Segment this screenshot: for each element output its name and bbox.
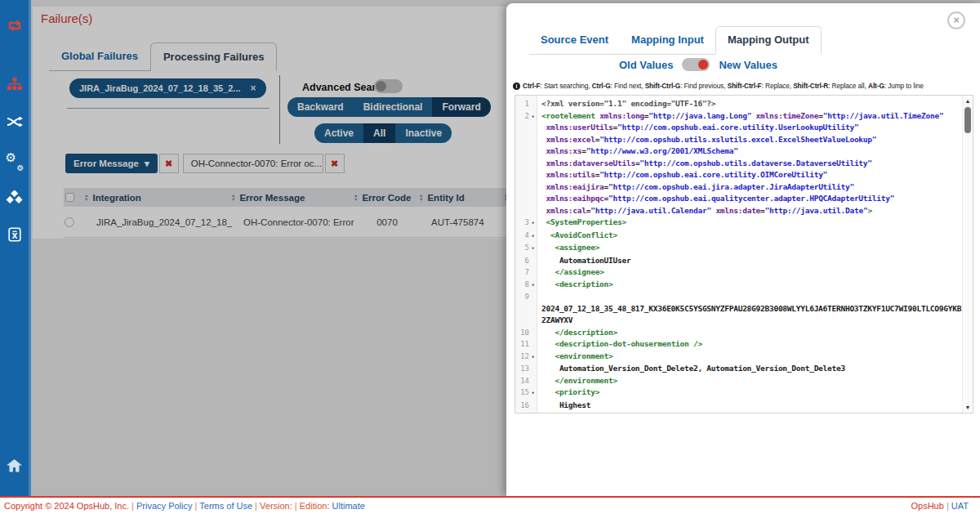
code-line: 11 <description-dot-ohusermention />: [515, 338, 962, 351]
svg-text:X: X: [11, 232, 17, 240]
line-number: 16: [515, 400, 537, 412]
fold-icon[interactable]: ▾: [529, 111, 537, 123]
line-number: 3▾: [515, 217, 537, 230]
line-number: 2▾: [515, 110, 537, 123]
code-line: 92024_07_12_18_35_48_817_KX36E0K5C5YSGSN…: [515, 291, 962, 327]
sidebar-item-excel-export[interactable]: X: [0, 217, 30, 255]
mapping-detail-panel: × Source Event Mapping Input Mapping Out…: [506, 3, 980, 496]
footer-text: |: [252, 501, 260, 511]
code-line: 16 Highest: [515, 400, 962, 412]
line-number: 6: [515, 255, 537, 267]
code-text: </environment>: [537, 375, 962, 387]
scroll-down-icon[interactable]: ▼: [963, 404, 973, 410]
line-number: 7: [515, 266, 537, 279]
footer-text: Version:: [260, 501, 292, 511]
code-line: 1<?xml version="1.1" encoding="UTF-16"?>: [515, 98, 962, 110]
fold-icon[interactable]: ▾: [529, 230, 537, 243]
code-text: </priority>: [537, 411, 962, 413]
sidebar-item-modules[interactable]: [0, 180, 30, 217]
gears-icon: ⚙⚙: [6, 153, 24, 169]
code-text: <assignee>: [537, 242, 962, 254]
xml-code-editor[interactable]: 1<?xml version="1.1" encoding="UTF-16"?>…: [514, 95, 973, 413]
line-number: 14: [515, 375, 537, 387]
code-line: 13 Automation_Version_Dont_Delete2, Auto…: [515, 363, 962, 375]
code-line: 6 AutomationUIUser: [515, 255, 962, 267]
line-number: 12▾: [515, 351, 537, 364]
line-number: 9: [515, 291, 537, 303]
code-line: 8▾ <description>: [515, 279, 962, 292]
fold-icon[interactable]: ▾: [529, 217, 537, 230]
fold-icon[interactable]: ▾: [529, 279, 537, 292]
close-icon[interactable]: ×: [947, 11, 965, 29]
code-text: 2024_07_12_18_35_48_817_KX36E0K5C5YSGSNY…: [537, 291, 962, 327]
code-text: <description-dot-ohusermention />: [537, 338, 962, 351]
old-new-values-toggle[interactable]: [682, 58, 710, 71]
line-number: 13: [515, 363, 537, 375]
code-text: <AvoidConflict>: [537, 230, 962, 242]
code-line: 15▾ <priority>: [515, 387, 962, 400]
sidebar-item-home[interactable]: [0, 449, 30, 486]
sidebar-item-integrations[interactable]: [0, 67, 30, 105]
code-line: 7 </assignee>: [515, 266, 962, 279]
code-text: <description>: [537, 279, 962, 291]
line-number: 1: [515, 98, 537, 110]
footer-text: |: [129, 501, 136, 511]
scrollbar-thumb[interactable]: [964, 107, 971, 133]
line-number: 17: [515, 411, 537, 413]
fold-icon[interactable]: ▾: [529, 243, 537, 255]
tab-mapping-output[interactable]: Mapping Output: [715, 26, 822, 55]
toggle-knob-red: [698, 60, 708, 69]
search-shortcuts-hint: i Ctrl-F: Start searching, Ctrl-G: Find …: [513, 82, 924, 90]
code-line: 14 </environment>: [515, 375, 962, 387]
line-number: 15▾: [515, 387, 537, 400]
old-values-label[interactable]: Old Values: [619, 59, 673, 71]
code-line: 4▾ <AvoidConflict>: [515, 230, 962, 243]
sidebar-item-retry[interactable]: [0, 8, 30, 46]
line-number: 10: [515, 327, 537, 339]
tab-source-event[interactable]: Source Event: [529, 27, 620, 54]
code-line: 5▾ <assignee>: [515, 242, 962, 255]
footer-left: Copyright © 2024 OpsHub, Inc. | Privacy …: [4, 501, 365, 511]
fold-icon[interactable]: ▾: [529, 387, 537, 400]
sitemap-icon: [7, 78, 22, 94]
code-text: <priority>: [537, 387, 962, 399]
scroll-up-icon[interactable]: ▲: [963, 98, 973, 104]
panel-tab-bar: Source Event Mapping Input Mapping Outpu…: [529, 26, 822, 55]
footer-text: OpsHub: [911, 501, 943, 511]
sidebar-item-mappings[interactable]: [0, 105, 30, 142]
footer-text: |: [192, 501, 199, 511]
footer-link[interactable]: Privacy Policy: [136, 501, 192, 511]
code-line: 2▾<rootelement xmlns:long="http://java.l…: [515, 110, 962, 217]
code-line: 10 </description>: [515, 327, 962, 339]
code-text: <SystemProperties>: [537, 217, 962, 229]
footer-text: Copyright © 2024 OpsHub, Inc.: [4, 501, 129, 511]
footer-link[interactable]: Ultimate: [329, 501, 364, 511]
sidebar-item-settings[interactable]: ⚙⚙: [0, 142, 30, 180]
line-number: 8▾: [515, 279, 537, 292]
tab-mapping-input[interactable]: Mapping Input: [620, 27, 715, 54]
footer-right: OpsHub | UAT: [911, 501, 969, 511]
editor-scrollbar[interactable]: ▲ ▼: [962, 96, 973, 413]
code-text: <environment>: [537, 351, 962, 363]
code-text: <?xml version="1.1" encoding="UTF-16"?>: [537, 98, 962, 110]
excel-file-icon: X: [8, 227, 21, 245]
values-toggle-row: Old Values New Values: [506, 58, 890, 71]
footer-link[interactable]: Terms of Use: [199, 501, 252, 511]
home-icon: [7, 459, 22, 476]
footer-link[interactable]: UAT: [951, 501, 969, 511]
code-text: AutomationUIUser: [537, 255, 962, 267]
shortcuts-text: Ctrl-F: Start searching, Ctrl-G: Find ne…: [523, 82, 924, 90]
code-line: 3▾ <SystemProperties>: [515, 217, 962, 230]
cubes-icon: [6, 190, 23, 208]
new-values-label[interactable]: New Values: [719, 59, 777, 71]
code-line: 12▾ <environment>: [515, 351, 962, 364]
code-text: <rootelement xmlns:long="http://java.lan…: [537, 110, 962, 217]
fold-icon[interactable]: ▾: [529, 351, 537, 364]
retry-icon: [7, 19, 23, 36]
code-text: </assignee>: [537, 266, 962, 279]
footer-text: Edition:: [300, 501, 330, 511]
shuffle-icon: [7, 116, 23, 131]
footer-text: |: [292, 501, 300, 511]
line-number: 4▾: [515, 230, 537, 243]
line-number: 11: [515, 338, 537, 351]
